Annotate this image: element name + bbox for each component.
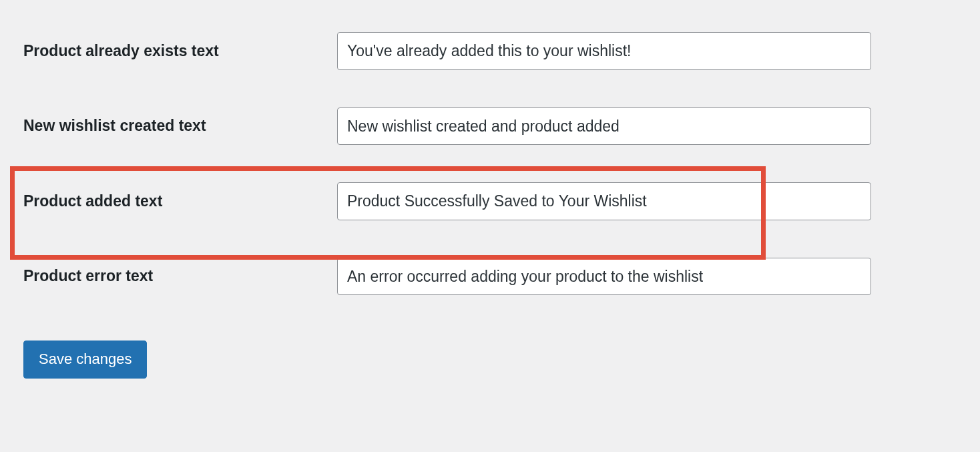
save-button[interactable]: Save changes xyxy=(23,341,147,379)
label-new-wishlist-created: New wishlist created text xyxy=(23,117,337,135)
label-product-error: Product error text xyxy=(23,267,337,285)
settings-form: Product already exists text New wishlist… xyxy=(23,13,957,379)
field-row-new-wishlist-created: New wishlist created text xyxy=(23,89,957,164)
submit-row: Save changes xyxy=(23,314,957,379)
input-wrapper xyxy=(337,258,871,296)
input-product-added[interactable] xyxy=(337,182,871,220)
input-product-error[interactable] xyxy=(337,258,871,296)
field-row-product-already-exists: Product already exists text xyxy=(23,13,957,89)
input-wrapper xyxy=(337,32,871,70)
input-wrapper xyxy=(337,107,871,146)
label-product-added: Product added text xyxy=(23,192,337,210)
input-product-already-exists[interactable] xyxy=(337,32,871,70)
field-row-product-error: Product error text xyxy=(23,239,957,314)
label-product-already-exists: Product already exists text xyxy=(23,42,337,60)
input-wrapper xyxy=(337,182,871,220)
input-new-wishlist-created[interactable] xyxy=(337,107,871,146)
field-row-product-added: Product added text xyxy=(23,164,957,239)
